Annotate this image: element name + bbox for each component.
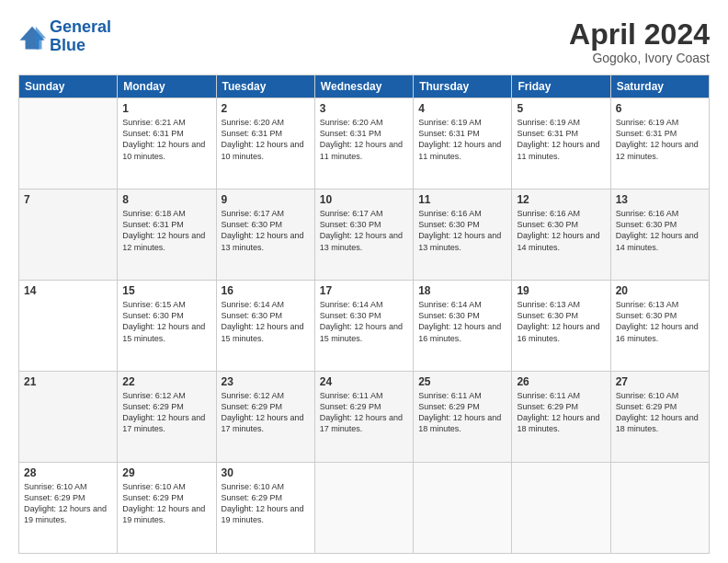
day-info: Sunrise: 6:17 AM Sunset: 6:30 PM Dayligh… [320,208,408,253]
header: General Blue April 2024 Gogoko, Ivory Co… [18,18,710,65]
day-number: 8 [122,193,210,206]
logo-icon [18,23,46,51]
day-number: 27 [616,375,704,388]
calendar-day-cell: 2Sunrise: 6:20 AM Sunset: 6:31 PM Daylig… [216,98,314,190]
calendar-day-cell [512,463,610,554]
calendar-day-cell: 24Sunrise: 6:11 AM Sunset: 6:29 PM Dayli… [314,372,413,463]
calendar-day-cell: 13Sunrise: 6:16 AM Sunset: 6:30 PM Dayli… [610,190,709,281]
calendar-day-cell: 3Sunrise: 6:20 AM Sunset: 6:31 PM Daylig… [314,98,413,190]
day-info: Sunrise: 6:14 AM Sunset: 6:30 PM Dayligh… [320,299,408,344]
calendar-day-header: Friday [512,75,610,98]
calendar-day-header: Thursday [414,75,512,98]
day-info: Sunrise: 6:19 AM Sunset: 6:31 PM Dayligh… [418,117,506,162]
calendar-day-cell: 19Sunrise: 6:13 AM Sunset: 6:30 PM Dayli… [512,281,610,372]
calendar-day-header: Tuesday [216,75,314,98]
day-number: 26 [517,375,605,388]
day-number: 6 [616,102,704,115]
day-number: 17 [320,284,408,297]
day-info: Sunrise: 6:16 AM Sunset: 6:30 PM Dayligh… [517,208,605,253]
calendar-week-row: 2122Sunrise: 6:12 AM Sunset: 6:29 PM Day… [19,372,710,463]
day-info: Sunrise: 6:10 AM Sunset: 6:29 PM Dayligh… [122,481,210,526]
calendar-day-cell: 16Sunrise: 6:14 AM Sunset: 6:30 PM Dayli… [216,281,314,372]
day-info: Sunrise: 6:12 AM Sunset: 6:29 PM Dayligh… [122,390,210,435]
calendar-day-cell [19,98,118,190]
day-number: 18 [418,284,506,297]
logo-text: General Blue [50,18,111,55]
day-info: Sunrise: 6:17 AM Sunset: 6:30 PM Dayligh… [222,208,310,253]
day-info: Sunrise: 6:11 AM Sunset: 6:29 PM Dayligh… [517,390,605,435]
calendar-week-row: 78Sunrise: 6:18 AM Sunset: 6:31 PM Dayli… [19,190,710,281]
day-info: Sunrise: 6:10 AM Sunset: 6:29 PM Dayligh… [616,390,704,435]
page: General Blue April 2024 Gogoko, Ivory Co… [0,0,728,563]
day-info: Sunrise: 6:11 AM Sunset: 6:29 PM Dayligh… [418,390,506,435]
day-info: Sunrise: 6:10 AM Sunset: 6:29 PM Dayligh… [24,481,112,526]
calendar-day-cell [414,463,512,554]
subtitle: Gogoko, Ivory Coast [569,51,710,65]
day-info: Sunrise: 6:14 AM Sunset: 6:30 PM Dayligh… [222,299,310,344]
calendar-header-row: SundayMondayTuesdayWednesdayThursdayFrid… [19,75,710,98]
day-number: 21 [24,375,112,388]
calendar-day-cell: 22Sunrise: 6:12 AM Sunset: 6:29 PM Dayli… [118,372,216,463]
day-number: 3 [320,102,408,115]
day-info: Sunrise: 6:19 AM Sunset: 6:31 PM Dayligh… [517,117,605,162]
day-number: 11 [418,193,506,206]
calendar-week-row: 1Sunrise: 6:21 AM Sunset: 6:31 PM Daylig… [19,98,710,190]
day-number: 9 [222,193,310,206]
day-info: Sunrise: 6:12 AM Sunset: 6:29 PM Dayligh… [222,390,310,435]
day-number: 2 [222,102,310,115]
calendar-day-cell: 29Sunrise: 6:10 AM Sunset: 6:29 PM Dayli… [118,463,216,554]
day-number: 13 [616,193,704,206]
calendar-body: 1Sunrise: 6:21 AM Sunset: 6:31 PM Daylig… [19,98,710,554]
day-number: 29 [122,466,210,479]
calendar-day-cell: 9Sunrise: 6:17 AM Sunset: 6:30 PM Daylig… [216,190,314,281]
day-info: Sunrise: 6:16 AM Sunset: 6:30 PM Dayligh… [616,208,704,253]
title-block: April 2024 Gogoko, Ivory Coast [569,18,710,65]
calendar-day-cell [610,463,709,554]
day-info: Sunrise: 6:21 AM Sunset: 6:31 PM Dayligh… [122,117,210,162]
day-info: Sunrise: 6:20 AM Sunset: 6:31 PM Dayligh… [320,117,408,162]
calendar-day-cell: 17Sunrise: 6:14 AM Sunset: 6:30 PM Dayli… [314,281,413,372]
calendar-week-row: 1415Sunrise: 6:15 AM Sunset: 6:30 PM Day… [19,281,710,372]
day-info: Sunrise: 6:11 AM Sunset: 6:29 PM Dayligh… [320,390,408,435]
day-number: 7 [24,193,112,206]
calendar-day-cell: 11Sunrise: 6:16 AM Sunset: 6:30 PM Dayli… [414,190,512,281]
day-number: 16 [222,284,310,297]
main-title: April 2024 [569,18,710,51]
calendar-day-cell: 12Sunrise: 6:16 AM Sunset: 6:30 PM Dayli… [512,190,610,281]
calendar-day-cell: 23Sunrise: 6:12 AM Sunset: 6:29 PM Dayli… [216,372,314,463]
logo: General Blue [18,18,111,55]
calendar-day-cell: 14 [19,281,118,372]
calendar-day-cell: 26Sunrise: 6:11 AM Sunset: 6:29 PM Dayli… [512,372,610,463]
day-number: 19 [517,284,605,297]
calendar-day-cell: 7 [19,190,118,281]
day-info: Sunrise: 6:19 AM Sunset: 6:31 PM Dayligh… [616,117,704,162]
calendar-day-cell: 8Sunrise: 6:18 AM Sunset: 6:31 PM Daylig… [118,190,216,281]
calendar-day-cell: 27Sunrise: 6:10 AM Sunset: 6:29 PM Dayli… [610,372,709,463]
day-number: 30 [222,466,310,479]
day-number: 28 [24,466,112,479]
day-info: Sunrise: 6:15 AM Sunset: 6:30 PM Dayligh… [122,299,210,344]
day-number: 25 [418,375,506,388]
calendar-day-cell: 10Sunrise: 6:17 AM Sunset: 6:30 PM Dayli… [314,190,413,281]
calendar-day-cell: 4Sunrise: 6:19 AM Sunset: 6:31 PM Daylig… [414,98,512,190]
day-number: 12 [517,193,605,206]
day-number: 23 [222,375,310,388]
day-info: Sunrise: 6:20 AM Sunset: 6:31 PM Dayligh… [222,117,310,162]
calendar-day-header: Sunday [19,75,118,98]
calendar-day-cell: 6Sunrise: 6:19 AM Sunset: 6:31 PM Daylig… [610,98,709,190]
calendar-day-cell: 28Sunrise: 6:10 AM Sunset: 6:29 PM Dayli… [19,463,118,554]
calendar-week-row: 28Sunrise: 6:10 AM Sunset: 6:29 PM Dayli… [19,463,710,554]
calendar-day-header: Monday [118,75,216,98]
calendar-day-header: Saturday [610,75,709,98]
day-info: Sunrise: 6:14 AM Sunset: 6:30 PM Dayligh… [418,299,506,344]
day-number: 14 [24,284,112,297]
calendar-day-cell: 5Sunrise: 6:19 AM Sunset: 6:31 PM Daylig… [512,98,610,190]
day-number: 22 [122,375,210,388]
day-info: Sunrise: 6:13 AM Sunset: 6:30 PM Dayligh… [616,299,704,344]
calendar-day-cell: 25Sunrise: 6:11 AM Sunset: 6:29 PM Dayli… [414,372,512,463]
calendar-day-header: Wednesday [314,75,413,98]
logo-line2: Blue [50,36,85,54]
day-number: 10 [320,193,408,206]
day-number: 20 [616,284,704,297]
logo-line1: General [50,17,111,36]
